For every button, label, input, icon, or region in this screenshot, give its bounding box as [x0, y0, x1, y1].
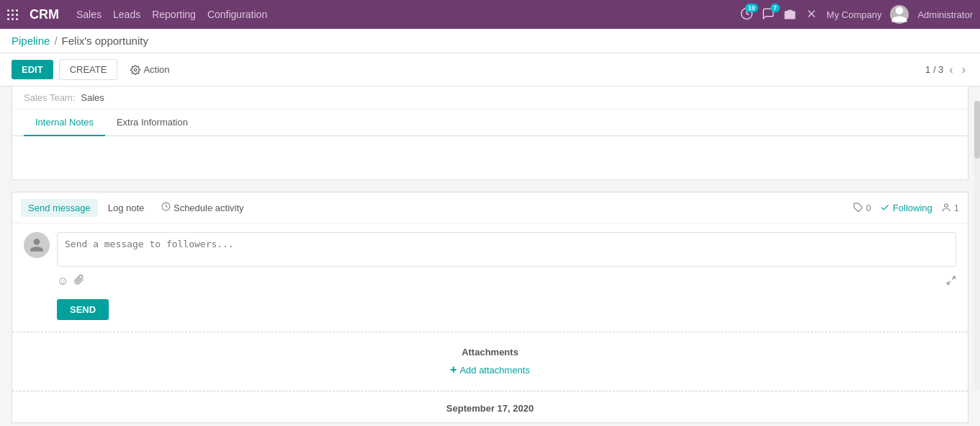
follower-count: 1 — [954, 203, 959, 213]
chatter-right-icons: 0 Following 1 — [853, 203, 959, 213]
edit-button[interactable]: EDIT — [12, 60, 53, 79]
nav-company[interactable]: My Company — [827, 9, 882, 20]
action-button[interactable]: Action — [123, 60, 176, 79]
message-toolbar: ☺ — [57, 272, 956, 290]
add-attachments-button[interactable]: + Add attachments — [450, 363, 530, 376]
scrollbar[interactable] — [974, 101, 980, 389]
grid-icon[interactable] — [7, 9, 18, 20]
emoji-icon[interactable]: ☺ — [57, 275, 68, 288]
following-item[interactable]: Following — [880, 203, 932, 213]
svg-line-9 — [948, 281, 950, 284]
navbar: CRM Sales Leads Reporting Configuration … — [0, 0, 980, 29]
gear-icon — [130, 65, 140, 75]
tab-content-internal-notes — [12, 136, 968, 179]
activity-badge: 10 — [745, 4, 758, 12]
nav-username: Administrator — [917, 9, 973, 20]
action-label: Action — [143, 64, 169, 75]
sales-team-label: Sales Team: — [24, 92, 75, 103]
date-separator: September 17, 2020 — [12, 394, 968, 422]
activity-icon-wrap[interactable]: 10 — [740, 7, 753, 22]
following-label: Following — [893, 203, 932, 213]
tag-count-item[interactable]: 0 — [853, 203, 871, 213]
avatar-icon — [29, 237, 45, 253]
attachments-section: Attachments + Add attachments — [12, 335, 968, 388]
user-avatar — [24, 232, 50, 258]
chatter: Send message Log note Schedule activity … — [12, 192, 968, 423]
nav-configuration[interactable]: Configuration — [207, 9, 267, 20]
follower-count-item[interactable]: 1 — [941, 203, 959, 213]
messages-badge: 7 — [770, 4, 780, 12]
form-card: Sales Team: Sales Internal Notes Extra I… — [12, 86, 968, 180]
nav-reporting[interactable]: Reporting — [152, 9, 196, 20]
person-icon — [941, 203, 951, 213]
main-content: Sales Team: Sales Internal Notes Extra I… — [0, 86, 980, 426]
send-button[interactable]: SEND — [57, 299, 109, 320]
message-input[interactable] — [57, 232, 956, 267]
tab-internal-notes[interactable]: Internal Notes — [24, 110, 105, 136]
message-input-wrap: ☺ — [57, 232, 956, 290]
form-tabs: Internal Notes Extra Information — [12, 110, 968, 136]
breadcrumb-current: Felix's opportunity — [62, 35, 148, 47]
app-brand[interactable]: CRM — [30, 7, 59, 22]
sales-team-row: Sales Team: Sales — [12, 86, 968, 110]
breadcrumb-parent[interactable]: Pipeline — [12, 35, 50, 47]
message-area: ☺ — [12, 223, 968, 299]
messages-icon-wrap[interactable]: 7 — [762, 7, 775, 22]
tab-extra-information[interactable]: Extra Information — [105, 110, 199, 136]
chatter-tab-schedule-activity[interactable]: Schedule activity — [154, 198, 251, 217]
plus-icon: + — [450, 363, 457, 376]
nav-sales[interactable]: Sales — [76, 9, 102, 20]
next-button[interactable]: › — [959, 62, 968, 78]
close-nav-icon-wrap[interactable] — [805, 7, 818, 22]
svg-point-4 — [135, 68, 138, 71]
attachments-title: Attachments — [24, 347, 956, 358]
check-icon — [880, 203, 890, 213]
breadcrumb-separator: / — [54, 35, 57, 47]
svg-point-7 — [944, 204, 948, 208]
tag-count: 0 — [866, 203, 871, 213]
gift-icon-wrap[interactable] — [783, 7, 796, 22]
clock-icon — [161, 202, 171, 211]
svg-line-8 — [952, 276, 955, 279]
send-btn-area: SEND — [12, 299, 968, 329]
scrollbar-thumb[interactable] — [974, 101, 980, 159]
pagination-text: 1 / 3 — [925, 64, 943, 75]
breadcrumb: Pipeline / Felix's opportunity — [0, 29, 980, 53]
chatter-tabs: Send message Log note Schedule activity … — [12, 192, 968, 223]
gift-icon — [783, 7, 796, 20]
sales-team-value: Sales — [81, 92, 104, 103]
nav-menu: Sales Leads Reporting Configuration — [76, 9, 267, 20]
create-button[interactable]: CREATE — [59, 59, 118, 80]
chatter-tab-log-note[interactable]: Log note — [101, 199, 152, 217]
nav-avatar[interactable] — [890, 5, 909, 24]
attachment-icon[interactable] — [74, 275, 84, 288]
nav-icons: 10 7 My Company Administrator — [740, 5, 973, 24]
chatter-tab-send-message[interactable]: Send message — [21, 199, 98, 217]
tag-icon — [853, 203, 863, 213]
toolbar: EDIT CREATE Action 1 / 3 ‹ › — [0, 53, 980, 86]
expand-icon[interactable] — [946, 275, 956, 288]
nav-leads[interactable]: Leads — [113, 9, 140, 20]
pagination: 1 / 3 ‹ › — [925, 62, 968, 78]
prev-button[interactable]: ‹ — [946, 62, 956, 78]
close-nav-icon — [805, 7, 818, 20]
